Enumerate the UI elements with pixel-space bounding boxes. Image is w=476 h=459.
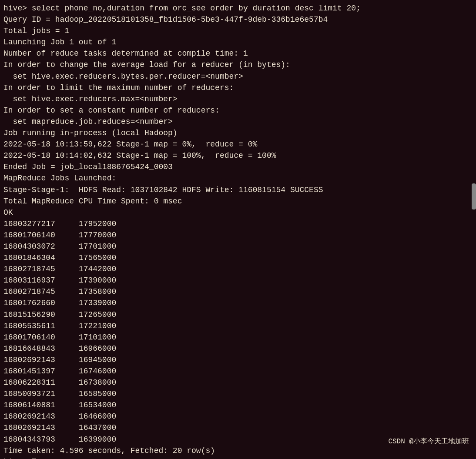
terminal-line: 2022-05-18 10:13:59,622 Stage-1 map = 0%… bbox=[3, 139, 473, 150]
terminal-line: 16850093721 16585000 bbox=[3, 388, 473, 399]
terminal-line: Query ID = hadoop_20220518101358_fb1d150… bbox=[3, 14, 473, 25]
watermark: CSDN @小李今天工地加班 bbox=[388, 437, 469, 446]
terminal-line: In order to change the average load for … bbox=[3, 59, 473, 70]
terminal-window[interactable]: hive> select phone_no,duration from orc_… bbox=[0, 0, 476, 459]
terminal-line: Stage-Stage-1: HDFS Read: 1037102842 HDF… bbox=[3, 184, 473, 196]
terminal-line: set hive.exec.reducers.bytes.per.reducer… bbox=[3, 71, 473, 82]
terminal-line: Job running in-process (local Hadoop) bbox=[3, 127, 473, 139]
terminal-line: In order to limit the maximum number of … bbox=[3, 82, 473, 93]
terminal-line: 16802718745 17358000 bbox=[3, 286, 473, 297]
terminal-line: 16801706140 17101000 bbox=[3, 332, 473, 343]
terminal-line: 16806228311 16738000 bbox=[3, 377, 473, 388]
terminal-line: hive> bbox=[3, 456, 473, 459]
terminal-line: 16803116937 17390000 bbox=[3, 275, 473, 286]
terminal-line: MapReduce Jobs Launched: bbox=[3, 173, 473, 184]
terminal-line: 16816648843 16966000 bbox=[3, 343, 473, 354]
terminal-line: 16803277217 17952000 bbox=[3, 218, 473, 230]
terminal-line: 16805535611 17221000 bbox=[3, 320, 473, 332]
terminal-line: set hive.exec.reducers.max=<number> bbox=[3, 93, 473, 105]
terminal-line: 16802718745 17442000 bbox=[3, 263, 473, 275]
terminal-line: Total jobs = 1 bbox=[3, 25, 473, 37]
terminal-line: In order to set a constant number of red… bbox=[3, 105, 473, 116]
terminal-line: Ended Job = job_local1886765424_0003 bbox=[3, 161, 473, 173]
terminal-line: 16801451397 16746000 bbox=[3, 366, 473, 377]
terminal-line: 16801846304 17565000 bbox=[3, 252, 473, 263]
terminal-line: hive> select phone_no,duration from orc_… bbox=[3, 3, 473, 14]
terminal-line: Number of reduce tasks determined at com… bbox=[3, 48, 473, 59]
terminal-line: Launching Job 1 out of 1 bbox=[3, 37, 473, 48]
terminal-line: Time taken: 4.596 seconds, Fetched: 20 r… bbox=[3, 445, 473, 456]
terminal-line: 16806140881 16534000 bbox=[3, 399, 473, 411]
terminal-line: 2022-05-18 10:14:02,632 Stage-1 map = 10… bbox=[3, 150, 473, 161]
terminal-output: hive> select phone_no,duration from orc_… bbox=[3, 3, 473, 459]
terminal-line: set mapreduce.job.reduces=<number> bbox=[3, 116, 473, 127]
terminal-line: Total MapReduce CPU Time Spent: 0 msec bbox=[3, 196, 473, 207]
terminal-line: 16801762660 17339000 bbox=[3, 297, 473, 309]
terminal-line: 16804303072 17701000 bbox=[3, 241, 473, 252]
terminal-line: OK bbox=[3, 207, 473, 218]
terminal-line: 16802692143 16945000 bbox=[3, 354, 473, 366]
terminal-line: 16801706140 17770000 bbox=[3, 230, 473, 241]
terminal-line: 16802692143 16437000 bbox=[3, 422, 473, 433]
scrollbar[interactable] bbox=[472, 183, 476, 210]
terminal-line: 16815156290 17265000 bbox=[3, 309, 473, 320]
terminal-line: 16802692143 16466000 bbox=[3, 411, 473, 422]
